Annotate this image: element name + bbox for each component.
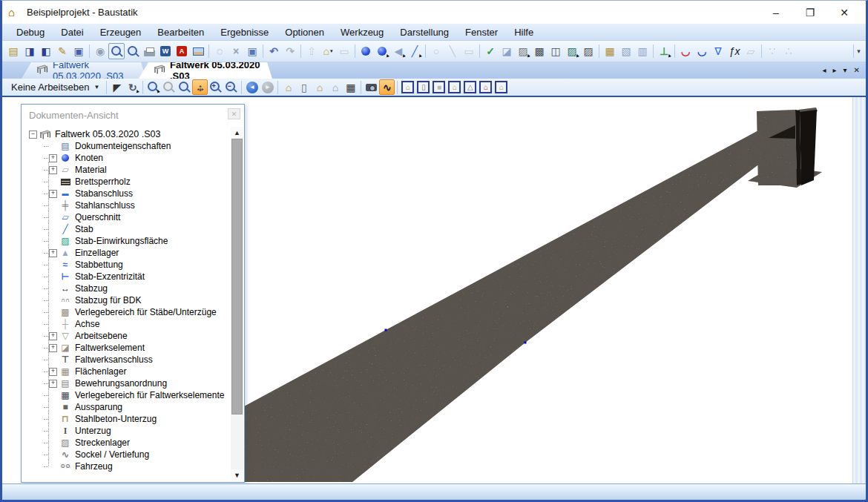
tree-item-doc-props[interactable]: ▤Dokumenteigenschaften <box>22 140 230 152</box>
frame-house-wide-icon[interactable]: ⌂ <box>493 79 509 95</box>
undo-icon[interactable]: ↶ <box>266 43 282 59</box>
view-side-icon[interactable]: ⌂ <box>327 79 343 95</box>
tree-item-stabanschluss[interactable]: +▬Stabanschluss <box>22 188 230 199</box>
viewport[interactable]: Dokumenten-Ansicht ✕ −Faltwerk 05.03.202… <box>2 97 866 483</box>
save-edit-icon[interactable]: ✎ <box>54 43 70 59</box>
tree-expand-minus-icon[interactable]: − <box>29 131 37 139</box>
node-icon[interactable] <box>358 43 374 59</box>
zoom-page-icon[interactable] <box>125 43 141 59</box>
points-b-icon[interactable]: ∴ <box>780 43 797 59</box>
tree-item-faltwerksanschluss[interactable]: ⊤Faltwerksanschluss <box>22 354 230 366</box>
scroll-down-icon[interactable]: ▼ <box>231 469 243 480</box>
load-gray-icon[interactable]: ▱ <box>743 43 759 59</box>
nav-forward-icon[interactable]: ► <box>260 79 275 95</box>
tree-item-aussparung[interactable]: ■Aussparung <box>22 401 230 413</box>
lasso-icon[interactable]: ◌ <box>211 43 228 59</box>
select-beams-icon[interactable]: ╲ <box>444 43 461 59</box>
tree-expand-plus-icon[interactable]: + <box>49 190 57 198</box>
plate-small-icon[interactable]: ▥ <box>634 43 651 59</box>
zoom-dim-icon[interactable] <box>161 79 177 95</box>
panel-dark-icon[interactable]: ▩ <box>531 43 548 59</box>
panel-header[interactable]: Dokumenten-Ansicht ✕ <box>22 105 244 125</box>
close-button[interactable]: ✕ <box>827 1 861 24</box>
menu-item-darstellung[interactable]: Darstellung <box>392 25 457 39</box>
node-marker[interactable] <box>525 342 527 344</box>
copy-icon[interactable]: ▣ <box>244 43 260 59</box>
tree-item-stab[interactable]: ╱Stab <box>22 223 230 235</box>
tree-item-stahlbeton-unterzug[interactable]: ⊓Stahlbeton-Unterzug <box>22 413 230 425</box>
frame-roof-icon[interactable]: △ <box>462 79 478 95</box>
save-icon[interactable]: ◧ <box>38 43 54 59</box>
plate-box-icon[interactable]: ▧ <box>618 43 634 59</box>
tree-item-stabzug[interactable]: ↔Stabzug <box>22 283 230 294</box>
minimize-button[interactable]: – <box>759 1 793 24</box>
menu-item-optionen[interactable]: Optionen <box>277 25 332 39</box>
tree-item-stahlanschluss[interactable]: ╪Stahlanschluss <box>22 199 230 211</box>
tree-item-flaechenlager[interactable]: +▦Flächenlager <box>22 366 230 377</box>
tree-item-unterzug[interactable]: IUnterzug <box>22 425 230 437</box>
panel-close-icon[interactable]: ✕ <box>228 108 240 119</box>
new-report-icon[interactable]: ▤ <box>5 43 22 59</box>
tree-expand-plus-icon[interactable]: + <box>49 166 57 174</box>
resize-grip[interactable] <box>861 495 863 497</box>
frame-window-icon[interactable]: ▭ <box>336 43 352 59</box>
load-z2-icon[interactable]: ∇ <box>710 43 726 59</box>
scrollbar-thumb[interactable] <box>231 139 243 415</box>
tree-expand-plus-icon[interactable]: + <box>49 368 57 376</box>
tree-item-querschnitt[interactable]: ▱Querschnitt <box>22 211 230 223</box>
points-a-icon[interactable]: ∵ <box>764 43 780 59</box>
tree-item-stabbettung[interactable]: ≈Stabbettung <box>22 259 230 271</box>
tree-item-arbeitsebene[interactable]: +▽Arbeitsebene <box>22 330 230 342</box>
tree-item-achse[interactable]: ┼Achse <box>22 318 230 330</box>
zoom-window-icon[interactable]: ▴ <box>145 79 161 95</box>
walk-path-icon[interactable]: ∿ <box>379 79 395 95</box>
image-export-icon[interactable] <box>190 43 206 59</box>
menu-item-fenster[interactable]: Fenster <box>457 25 506 39</box>
load-blue-icon[interactable]: ◡ <box>694 43 710 59</box>
menu-item-erzeugen[interactable]: Erzeugen <box>92 25 150 39</box>
tree-item-layers[interactable]: Brettsperrholz <box>22 176 230 188</box>
toolbar-overflow-icon[interactable]: ▾ <box>853 44 864 58</box>
workplane-check-icon[interactable]: ✓ <box>482 43 499 59</box>
tree-item-stabzug-bdk[interactable]: ∩∩Stabzug für BDK <box>22 294 230 306</box>
support-select-icon[interactable]: ⊥▴ <box>656 43 672 59</box>
redo-icon[interactable]: ↷ <box>282 43 298 59</box>
tab-close-icon[interactable]: ✕ <box>854 67 860 74</box>
zoom-out-icon[interactable]: − <box>223 79 239 95</box>
select-plates-icon[interactable]: ▭ <box>461 43 477 59</box>
export-up-icon[interactable]: ⇧ <box>303 43 320 59</box>
tree-item-exzentrizitaet[interactable]: ⊢Stab-Exzentrizität <box>22 271 230 283</box>
menu-item-datei[interactable]: Datei <box>53 25 91 39</box>
tree-expand-plus-icon[interactable]: + <box>49 344 57 352</box>
frame-section-icon[interactable]: ▯ <box>415 79 431 95</box>
tree-expand-plus-icon[interactable]: + <box>49 332 57 340</box>
tree-expand-plus-icon[interactable]: + <box>49 249 57 257</box>
select-nodes-icon[interactable]: ○ <box>428 43 444 59</box>
menu-item-debug[interactable]: Debug <box>8 25 53 39</box>
load-fx-icon[interactable]: ƒx <box>726 43 743 59</box>
frame-front-icon[interactable]: ⌂ <box>447 79 462 95</box>
workplane-dropdown[interactable]: Keine Arbeitseben ▼ <box>5 80 104 94</box>
frame-iso-icon[interactable]: ⌂ <box>400 79 415 95</box>
menu-item-hilfe[interactable]: Hilfe <box>506 25 542 39</box>
zoom-icon[interactable] <box>177 79 192 95</box>
plate-insert-icon[interactable]: ▦ <box>602 43 618 59</box>
menu-item-ergebnisse[interactable]: Ergebnisse <box>212 25 277 39</box>
hand-select-icon[interactable]: ▨▴ <box>515 43 531 59</box>
pdf-export-icon[interactable]: A <box>174 43 190 59</box>
select-arrow-icon[interactable]: ◤ <box>109 79 125 95</box>
load-red-icon[interactable]: ◡ <box>677 43 694 59</box>
tab-prev-icon[interactable]: ◂ <box>823 67 826 74</box>
panel-frame-icon[interactable]: ◫ <box>548 43 564 59</box>
panel-scrollbar[interactable]: ▲ ▼ <box>231 127 243 480</box>
tree-item-fahrzeug[interactable]: ⊙⊙Fahrzeug <box>22 460 230 472</box>
viewport-scrollbar[interactable] <box>852 97 866 483</box>
tree-item-sockel[interactable]: ∿Sockel / Vertiefung <box>22 449 230 460</box>
cone-select-icon[interactable]: ◀▴ <box>390 43 407 59</box>
line-select-icon[interactable]: ╱▴ <box>407 43 423 59</box>
disc-icon[interactable]: ◉ <box>92 43 108 59</box>
frame-house-red-icon[interactable]: ⌂ <box>478 79 493 95</box>
pan-icon[interactable] <box>192 79 208 95</box>
scroll-up-icon[interactable]: ▲ <box>231 127 243 138</box>
print-icon[interactable] <box>141 43 157 59</box>
